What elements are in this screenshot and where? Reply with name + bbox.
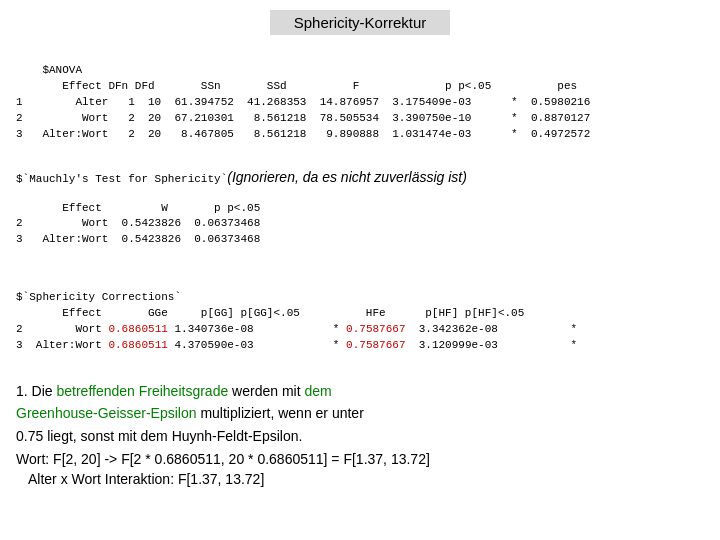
wort-prefix: Wort: F[2, 20] -> F[ (16, 451, 134, 467)
mauchly-ignore-note: (Ignorieren, da es nicht zuverlässig ist… (227, 169, 467, 185)
sphericity-header: $`Sphericity Corrections` (16, 291, 181, 303)
wort-formula-line: Wort: F[2, 20] -> F[2 * 0.6860511, 20 * … (16, 451, 704, 467)
alter-wort-text: Alter x Wort Interaktion: F[1.37, 13.72] (28, 471, 264, 487)
sphericity-row-2: 3 Alter:Wort 0.6860511 4.370590e-03 * 0.… (16, 339, 577, 351)
wort-val1: 2 * 0.6860511 (134, 451, 221, 467)
alter-wort-line: Alter x Wort Interaktion: F[1.37, 13.72] (28, 471, 704, 487)
anova-columns: Effect DFn DFd SSn SSd F p p<.05 pes (16, 80, 577, 92)
anova-row-1: 1 Alter 1 10 61.394752 41.268353 14.8769… (16, 96, 590, 108)
explanation-block: 1. Die betreffenden Freiheitsgrade werde… (16, 380, 704, 447)
explanation-line1a: 1. Die (16, 383, 56, 399)
mauchly-row-1: 2 Wort 0.5423826 0.06373468 (16, 217, 260, 229)
anova-row-2: 2 Wort 2 20 67.210301 8.561218 78.505534… (16, 112, 590, 124)
mauchly-row-2: 3 Alter:Wort 0.5423826 0.06373468 (16, 233, 260, 245)
sphericity-gg-1: 0.6860511 (108, 323, 167, 335)
sphericity-section: $`Sphericity Corrections` Effect GGe p[G… (16, 274, 704, 370)
title-box: Sphericity-Korrektur (16, 10, 704, 35)
sphericity-code: $`Sphericity Corrections` Effect GGe p[G… (16, 274, 704, 370)
wort-sep: , (221, 451, 229, 467)
anova-section: $ANOVA Effect DFn DFd SSn SSd F p p<.05 … (16, 47, 704, 159)
explanation-line3: 0.75 liegt, sonst mit dem Huynh-Feldt-Ep… (16, 428, 302, 444)
sphericity-gg-2: 0.6860511 (108, 339, 167, 351)
mauchly-section: $`Mauchly's Test for Sphericity`(Ignorie… (16, 169, 704, 265)
anova-row-3: 3 Alter:Wort 2 20 8.467805 8.561218 9.89… (16, 128, 590, 140)
wort-val2: 20 * 0.6860511 (229, 451, 324, 467)
sphericity-hfe-1: 0.7587667 (346, 323, 405, 335)
explanation-freiheitsgrade: betreffenden Freiheitsgrade (56, 383, 228, 399)
explanation-line2b: multipliziert, wenn er unter (197, 405, 364, 421)
mauchly-header: $`Mauchly's Test for Sphericity` (16, 173, 227, 185)
sphericity-row-1: 2 Wort 0.6860511 1.340736e-08 * 0.758766… (16, 323, 577, 335)
sphericity-hfe-2: 0.7587667 (346, 339, 405, 351)
mauchly-columns: Effect W p p<.05 (16, 202, 260, 214)
mauchly-code: Effect W p p<.05 2 Wort 0.5423826 0.0637… (16, 185, 704, 265)
anova-header: $ANOVA (42, 64, 82, 76)
wort-suffix: ] = F[1.37, 13.72] (324, 451, 430, 467)
explanation-line1c: werden mit (228, 383, 304, 399)
explanation-gg-epsilon: Greenhouse-Geisser-Epsilon (16, 405, 197, 421)
sphericity-columns: Effect GGe p[GG] p[GG]<.05 HFe p[HF] p[H… (16, 307, 524, 319)
explanation-dem: dem (304, 383, 331, 399)
page-title: Sphericity-Korrektur (270, 10, 451, 35)
page: Sphericity-Korrektur $ANOVA Effect DFn D… (0, 0, 720, 540)
